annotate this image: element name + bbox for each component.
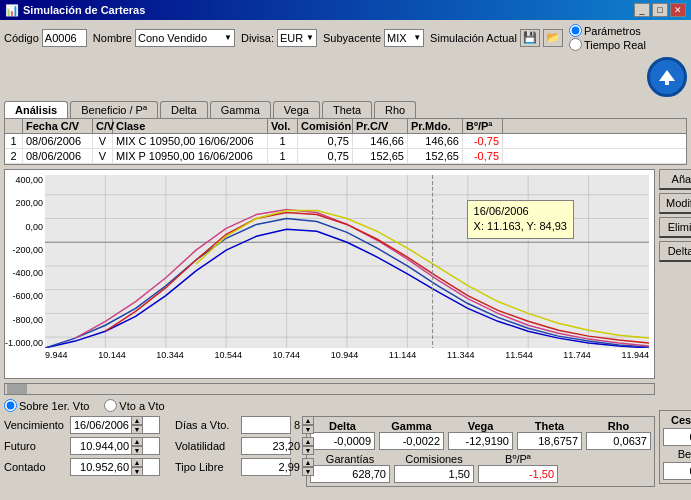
comisiones-label: Comisiones bbox=[405, 453, 462, 465]
cell-bp-1: -0,75 bbox=[463, 134, 503, 148]
col-clase: Clase bbox=[113, 119, 268, 133]
divisa-label: Divisa: bbox=[241, 32, 274, 44]
title-bar: 📊 Simulación de Carteras _ □ ✕ bbox=[0, 0, 691, 20]
y-label-8: -1.000,00 bbox=[5, 338, 43, 348]
contado-row: Contado 10.952,60 ▲ ▼ bbox=[4, 458, 160, 476]
volatilidad-input[interactable]: 23,20 ▲ ▼ bbox=[241, 437, 291, 455]
diasvto-up[interactable]: ▲ bbox=[302, 416, 314, 425]
tipolibre-down[interactable]: ▼ bbox=[302, 467, 314, 476]
contado-label: Contado bbox=[4, 461, 64, 473]
cestas-title: Cestas bbox=[663, 414, 691, 426]
modificar-button[interactable]: Modificar bbox=[659, 193, 691, 214]
tab-beneficio[interactable]: Beneficio / Pª bbox=[70, 101, 158, 118]
table-row[interactable]: 1 08/06/2006 V MIX C 10950,00 16/06/2006… bbox=[5, 134, 686, 149]
simulacion-group: Simulación Actual 💾 📂 bbox=[430, 29, 563, 47]
gamma-item: Gamma -0,0022 bbox=[379, 420, 444, 450]
vencimiento-input[interactable]: 16/06/2006 ▲ ▼ bbox=[70, 416, 160, 434]
tipolibre-value: 2,99 bbox=[242, 461, 302, 473]
y-label-7: -800,00 bbox=[12, 315, 43, 325]
fields-row-1: Vencimiento 16/06/2006 ▲ ▼ bbox=[4, 416, 655, 487]
radio-row: Sobre 1er. Vto Vto a Vto bbox=[4, 399, 655, 412]
subyacente-combo[interactable]: MIX ▼ bbox=[384, 29, 424, 47]
title-bar-buttons: _ □ ✕ bbox=[634, 3, 686, 17]
futuro-down[interactable]: ▼ bbox=[131, 446, 143, 455]
y-label-4: -200,00 bbox=[12, 245, 43, 255]
col-prmdo: Pr.Mdo. bbox=[408, 119, 463, 133]
nombre-combo[interactable]: Cono Vendido ▼ bbox=[135, 29, 235, 47]
chart-y-axis: 400,00 200,00 0,00 -200,00 -400,00 -600,… bbox=[5, 175, 45, 348]
toolbar-row: Código Nombre Cono Vendido ▼ Divisa: EUR… bbox=[4, 24, 687, 97]
futuro-input[interactable]: 10.944,00 ▲ ▼ bbox=[70, 437, 160, 455]
y-label-6: -600,00 bbox=[12, 291, 43, 301]
contado-down[interactable]: ▼ bbox=[131, 467, 143, 476]
horizontal-scrollbar[interactable] bbox=[4, 383, 655, 395]
table-row[interactable]: 2 08/06/2006 V MIX P 10950,00 16/06/2006… bbox=[5, 149, 686, 164]
tab-theta[interactable]: Theta bbox=[322, 101, 372, 118]
scroll-thumb[interactable] bbox=[7, 384, 27, 394]
theta-label: Theta bbox=[535, 420, 564, 432]
sobre-label: Sobre 1er. Vto bbox=[19, 400, 89, 412]
vencimiento-up[interactable]: ▲ bbox=[131, 416, 143, 425]
vencimiento-down[interactable]: ▼ bbox=[131, 425, 143, 434]
save-icon[interactable]: 💾 bbox=[520, 29, 540, 47]
chart-area: 400,00 200,00 0,00 -200,00 -400,00 -600,… bbox=[4, 169, 655, 379]
col-cv: C/V bbox=[93, 119, 113, 133]
tab-delta[interactable]: Delta bbox=[160, 101, 208, 118]
x-label-8: 11.344 bbox=[447, 350, 475, 360]
tab-rho[interactable]: Rho bbox=[374, 101, 416, 118]
cell-num-2: 2 bbox=[5, 149, 23, 163]
futuro-arrows: ▲ ▼ bbox=[131, 437, 143, 455]
tooltip-line1: 16/06/2006 bbox=[474, 204, 567, 219]
tab-analisis[interactable]: Análisis bbox=[4, 101, 68, 118]
vtovto-radio[interactable] bbox=[104, 399, 117, 412]
nombre-arrow: ▼ bbox=[224, 33, 232, 42]
divisa-combo[interactable]: EUR ▼ bbox=[277, 29, 317, 47]
contado-input[interactable]: 10.952,60 ▲ ▼ bbox=[70, 458, 160, 476]
codigo-input[interactable] bbox=[42, 29, 87, 47]
garantias-group: Garantías 628,70 bbox=[310, 453, 390, 483]
vencimiento-row: Vencimiento 16/06/2006 ▲ ▼ bbox=[4, 416, 160, 434]
open-icon[interactable]: 📂 bbox=[543, 29, 563, 47]
cell-prcv-1: 146,66 bbox=[353, 134, 408, 148]
anadir-button[interactable]: Añadir bbox=[659, 169, 691, 190]
tiempo-real-radio[interactable] bbox=[569, 38, 582, 51]
tipolibre-up[interactable]: ▲ bbox=[302, 458, 314, 467]
col-comision: Comisión bbox=[298, 119, 353, 133]
volatilidad-value: 23,20 bbox=[242, 440, 302, 452]
close-button[interactable]: ✕ bbox=[670, 3, 686, 17]
tab-vega[interactable]: Vega bbox=[273, 101, 320, 118]
volatilidad-up[interactable]: ▲ bbox=[302, 437, 314, 446]
tipolibre-row: Tipo Libre 2,99 ▲ ▼ bbox=[175, 458, 291, 476]
cell-cv-1: V bbox=[93, 134, 113, 148]
cell-vol-1: 1 bbox=[268, 134, 298, 148]
tipolibre-input[interactable]: 2,99 ▲ ▼ bbox=[241, 458, 291, 476]
sobre-radio-item: Sobre 1er. Vto bbox=[4, 399, 89, 412]
nombre-label: Nombre bbox=[93, 32, 132, 44]
tiempo-real-label: Tiempo Real bbox=[584, 39, 646, 51]
delta-n-button[interactable]: Delta N. bbox=[659, 241, 691, 262]
diasvto-down[interactable]: ▼ bbox=[302, 425, 314, 434]
upload-button[interactable] bbox=[647, 57, 687, 97]
col-num bbox=[5, 119, 23, 133]
divisa-value: EUR bbox=[280, 32, 303, 44]
futuro-up[interactable]: ▲ bbox=[131, 437, 143, 446]
app-icon: 📊 bbox=[5, 4, 19, 17]
beta-label: Beta bbox=[663, 448, 691, 460]
volatilidad-down[interactable]: ▼ bbox=[302, 446, 314, 455]
theta-value: 18,6757 bbox=[517, 432, 582, 450]
tiempo-real-radio-item: Tiempo Real bbox=[569, 38, 646, 51]
parametros-radio[interactable] bbox=[569, 24, 582, 37]
mode-radio-group: Parámetros Tiempo Real bbox=[569, 24, 646, 51]
minimize-button[interactable]: _ bbox=[634, 3, 650, 17]
contado-up[interactable]: ▲ bbox=[131, 458, 143, 467]
maximize-button[interactable]: □ bbox=[652, 3, 668, 17]
chart-x-axis: 9.944 10.144 10.344 10.544 10.744 10.944… bbox=[45, 348, 649, 378]
eliminar-button[interactable]: Eliminar bbox=[659, 217, 691, 238]
x-label-2: 10.144 bbox=[98, 350, 126, 360]
diasvto-input[interactable]: 8 ▲ ▼ bbox=[241, 416, 291, 434]
col-vol: Vol. bbox=[268, 119, 298, 133]
volatilidad-label: Volatilidad bbox=[175, 440, 235, 452]
sobre-radio[interactable] bbox=[4, 399, 17, 412]
tab-gamma[interactable]: Gamma bbox=[210, 101, 271, 118]
vencimiento-arrows: ▲ ▼ bbox=[131, 416, 143, 434]
